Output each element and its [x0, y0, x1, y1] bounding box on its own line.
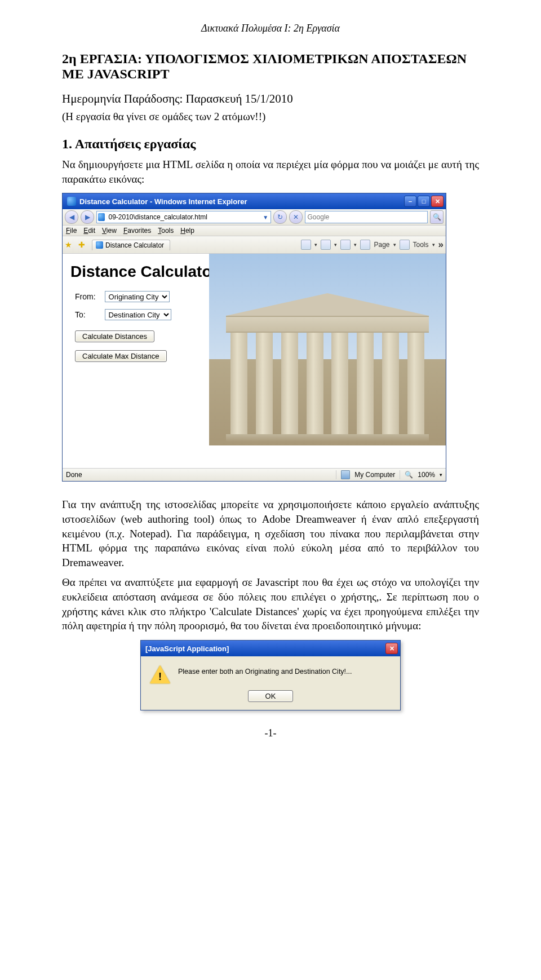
add-favorite-icon[interactable]: ✚ [78, 240, 88, 249]
menu-file[interactable]: File [66, 227, 77, 235]
tools-menu-label[interactable]: Tools [413, 241, 429, 249]
calculate-distances-button[interactable]: Calculate Distances [75, 330, 154, 342]
warning-icon [150, 665, 170, 683]
alert-title: [JavaScript Application] [145, 644, 385, 653]
feed-icon[interactable] [321, 240, 331, 250]
page-content: Distance Calculator From: Originating Ci… [63, 254, 446, 468]
tabs-row: ★ ✚ Distance Calculator ▾ ▾ ▾ Page ▾ Too… [63, 236, 446, 254]
page-header: Δικτυακά Πολυμέσα I: 2η Εργασία [62, 23, 479, 34]
refresh-button[interactable]: ↻ [273, 210, 287, 224]
menu-help[interactable]: Help [180, 227, 194, 235]
due-date: Ημερομηνία Παράδοσης: Παρασκευή 15/1/201… [62, 92, 479, 106]
paragraph-2: Για την ανάπτυξη της ιστοσελίδας μπορείτ… [62, 497, 479, 570]
maximize-button[interactable]: □ [418, 196, 430, 207]
menu-edit[interactable]: Edit [83, 227, 95, 235]
paragraph-1: Να δημιουργήσετε μια HTML σελίδα η οποία… [62, 157, 479, 186]
home-icon[interactable] [301, 240, 311, 250]
parthenon-image [209, 254, 446, 445]
menubar: File Edit View Favorites Tools Help [63, 226, 446, 236]
back-button[interactable]: ◀ [65, 210, 78, 224]
from-select[interactable]: Originating City [105, 291, 170, 302]
address-bar[interactable]: ▼ [96, 211, 271, 223]
ie-app-icon [67, 197, 76, 206]
tab-distance-calculator[interactable]: Distance Calculator [92, 240, 170, 250]
from-label: From: [70, 288, 100, 306]
js-alert-dialog: [JavaScript Application] ✕ Please enter … [140, 640, 401, 710]
page-menu-label[interactable]: Page [374, 241, 389, 249]
calculate-max-distance-button[interactable]: Calculate Max Distance [75, 350, 167, 362]
minimize-button[interactable]: – [404, 196, 416, 207]
page-menu-icon[interactable] [360, 240, 370, 250]
to-select[interactable]: Destination City [105, 309, 171, 320]
search-go-button[interactable]: 🔍 [430, 210, 444, 224]
menu-view[interactable]: View [102, 227, 117, 235]
alert-close-button[interactable]: ✕ [385, 643, 398, 654]
address-dropdown-icon[interactable]: ▼ [262, 214, 269, 220]
chevron-down-icon[interactable]: ▾ [314, 242, 317, 248]
stop-button[interactable]: ✕ [289, 210, 303, 224]
page-icon [98, 213, 105, 221]
alert-message: Please enter both an Originating and Des… [178, 664, 352, 676]
status-done: Done [66, 471, 82, 479]
search-input[interactable] [307, 213, 426, 222]
forward-button[interactable]: ▶ [81, 210, 94, 224]
overflow-chevron-icon[interactable]: » [438, 239, 444, 250]
status-zoom: 100% [418, 471, 435, 479]
close-button[interactable]: ✕ [431, 196, 444, 207]
zone-icon [341, 470, 350, 479]
address-input[interactable] [107, 213, 262, 222]
alert-ok-button[interactable]: OK [248, 690, 293, 702]
team-note: (Η εργασία θα γίνει σε ομάδες των 2 ατόμ… [62, 111, 479, 123]
tab-page-icon [96, 241, 103, 249]
tab-label: Distance Calculator [105, 241, 164, 249]
search-bar[interactable] [305, 211, 428, 223]
menu-tools[interactable]: Tools [158, 227, 174, 235]
ie-window: Distance Calculator - Windows Internet E… [62, 193, 446, 482]
print-icon[interactable] [340, 240, 351, 250]
statusbar: Done My Computer 🔍 100% ▾ [63, 468, 446, 481]
menu-favorites[interactable]: Favorites [123, 227, 151, 235]
tools-menu-icon[interactable] [400, 240, 410, 250]
nav-toolbar: ◀ ▶ ▼ ↻ ✕ 🔍 [63, 209, 446, 226]
zoom-icon[interactable]: 🔍 [405, 471, 413, 479]
doc-title: 2η ΕΡΓΑΣΙΑ: ΥΠΟΛΟΓΙΣΜΟΣ ΧΙΛΙΟΜΕΤΡΙΚΩΝ ΑΠ… [62, 51, 479, 82]
to-label: To: [70, 306, 100, 324]
page-number: -1- [62, 727, 479, 739]
section-1-heading: 1. Απαιτήσεις εργασίας [62, 136, 479, 152]
favorites-star-icon[interactable]: ★ [65, 240, 75, 249]
zoom-dropdown-icon[interactable]: ▾ [440, 472, 442, 478]
paragraph-3: Θα πρέπει να αναπτύξετε μια εφαρμογή σε … [62, 575, 479, 633]
ie-window-title: Distance Calculator - Windows Internet E… [79, 197, 404, 206]
status-zone: My Computer [354, 471, 395, 479]
ie-titlebar: Distance Calculator - Windows Internet E… [63, 193, 446, 209]
